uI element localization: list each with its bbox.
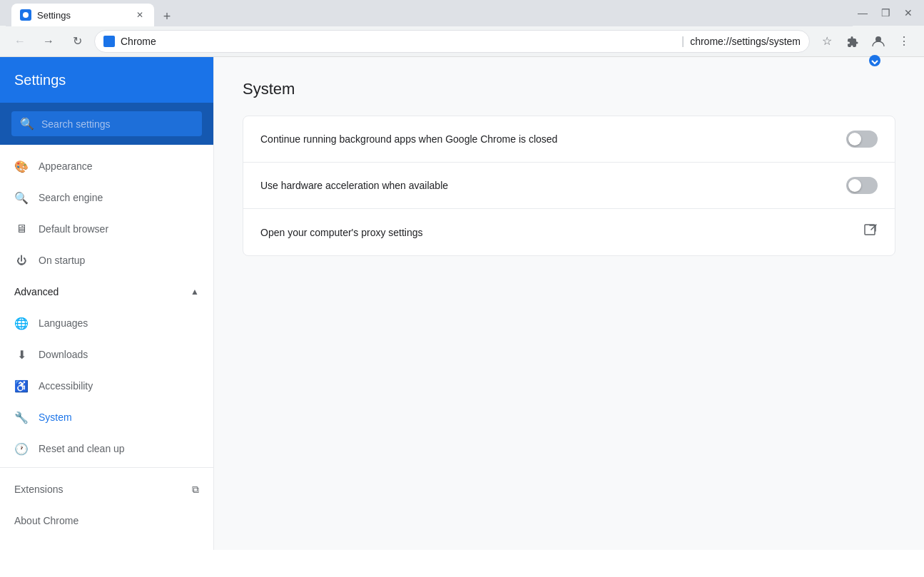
advanced-section: Advanced ▲ 🌐 Languages ⬇ Downloads ♿ Acc…	[0, 276, 213, 464]
main-content: System Continue running background apps …	[214, 57, 924, 550]
sidebar: Settings 🔍 🎨 Appearance 🔍 Search engine …	[0, 57, 214, 550]
new-tab-button[interactable]: +	[157, 6, 177, 26]
minimize-button[interactable]: —	[853, 3, 873, 23]
toolbar: ← → ↻ Chrome | chrome://settings/system …	[0, 26, 924, 57]
proxy-settings-row[interactable]: Open your computer's proxy settings	[243, 209, 895, 255]
search-icon: 🔍	[20, 117, 34, 131]
sidebar-item-about[interactable]: About Chrome	[0, 505, 213, 536]
background-apps-row: Continue running background apps when Go…	[243, 116, 895, 163]
appearance-icon: 🎨	[14, 160, 29, 173]
sidebar-item-label: Search engine	[39, 192, 103, 203]
svg-point-0	[23, 12, 29, 18]
menu-button[interactable]: ⋮	[893, 30, 915, 53]
sidebar-item-label: System	[39, 412, 72, 423]
proxy-settings-label: Open your computer's proxy settings	[260, 227, 863, 238]
hardware-acceleration-label: Use hardware acceleration when available	[260, 180, 846, 191]
profile-dropdown-icon	[868, 54, 881, 70]
sidebar-item-search-engine[interactable]: 🔍 Search engine	[0, 182, 213, 213]
search-input[interactable]	[41, 118, 193, 130]
sidebar-header-area: Settings 🔍	[0, 57, 213, 145]
extensions-button[interactable]	[841, 30, 864, 53]
active-tab[interactable]: Settings ✕	[11, 4, 154, 26]
background-apps-label: Continue running background apps when Go…	[260, 133, 846, 145]
reset-icon: 🕐	[14, 442, 29, 456]
sidebar-item-downloads[interactable]: ⬇ Downloads	[0, 339, 213, 370]
sidebar-item-label: Downloads	[39, 349, 88, 360]
tab-title: Settings	[37, 10, 128, 21]
sidebar-title: Settings	[14, 72, 66, 88]
system-icon: 🔧	[14, 411, 29, 424]
sidebar-header: Settings	[0, 57, 213, 103]
languages-icon: 🌐	[14, 317, 29, 330]
address-url: chrome://settings/system	[690, 36, 801, 47]
sidebar-item-default-browser[interactable]: 🖥 Default browser	[0, 213, 213, 245]
on-startup-icon: ⏻	[14, 255, 29, 266]
profile-button[interactable]	[867, 30, 890, 53]
system-settings-card: Continue running background apps when Go…	[243, 116, 895, 256]
bookmark-button[interactable]: ☆	[816, 30, 838, 53]
address-domain: Chrome	[121, 36, 676, 47]
tab-bar: Settings ✕ +	[6, 0, 853, 26]
sidebar-item-label: Languages	[39, 317, 88, 329]
restore-button[interactable]: ❒	[875, 3, 895, 23]
sidebar-item-accessibility[interactable]: ♿ Accessibility	[0, 370, 213, 402]
sidebar-item-reset[interactable]: 🕐 Reset and clean up	[0, 433, 213, 464]
tab-favicon	[20, 9, 31, 21]
close-button[interactable]: ✕	[898, 3, 918, 23]
sidebar-item-label: Appearance	[39, 160, 93, 172]
hardware-acceleration-toggle[interactable]	[846, 177, 878, 194]
svg-rect-3	[865, 225, 875, 235]
accessibility-icon: ♿	[14, 379, 29, 393]
background-apps-toggle[interactable]	[846, 131, 878, 148]
downloads-icon: ⬇	[14, 348, 29, 362]
browser-chrome: Settings ✕ + — ❒ ✕	[0, 0, 924, 26]
sidebar-item-system[interactable]: 🔧 System	[0, 402, 213, 433]
page-title: System	[243, 80, 895, 98]
svg-point-2	[869, 55, 880, 66]
sidebar-nav: 🎨 Appearance 🔍 Search engine 🖥 Default b…	[0, 145, 213, 548]
advanced-section-header[interactable]: Advanced ▲	[0, 276, 213, 307]
hardware-acceleration-slider	[846, 177, 878, 194]
sidebar-item-label: On startup	[39, 255, 85, 266]
sidebar-item-label: Accessibility	[39, 380, 93, 392]
title-bar: Settings ✕ + — ❒ ✕	[0, 0, 924, 26]
sidebar-item-label: Reset and clean up	[39, 443, 125, 454]
sidebar-item-extensions[interactable]: Extensions ⧉	[0, 474, 213, 505]
sidebar-footer: Extensions ⧉ About Chrome	[0, 467, 213, 542]
site-favicon	[103, 36, 115, 47]
address-divider: |	[681, 35, 684, 48]
extensions-external-icon: ⧉	[192, 484, 199, 496]
search-box[interactable]: 🔍	[11, 111, 202, 136]
sidebar-item-label: Extensions	[14, 484, 63, 495]
refresh-button[interactable]: ↻	[66, 30, 88, 53]
advanced-label: Advanced	[14, 286, 59, 297]
tab-close-button[interactable]: ✕	[134, 9, 146, 21]
sidebar-item-label: Default browser	[39, 223, 108, 235]
toolbar-actions: ☆ ⋮	[816, 30, 915, 53]
sidebar-item-appearance[interactable]: 🎨 Appearance	[0, 150, 213, 182]
hardware-acceleration-row: Use hardware acceleration when available	[243, 163, 895, 209]
proxy-external-link-icon	[863, 223, 878, 241]
background-apps-slider	[846, 131, 878, 148]
address-bar[interactable]: Chrome | chrome://settings/system	[94, 30, 810, 53]
search-bar-container: 🔍	[0, 103, 213, 145]
search-engine-icon: 🔍	[14, 191, 29, 205]
back-button[interactable]: ←	[9, 30, 31, 53]
window-controls: — ❒ ✕	[853, 3, 918, 23]
sidebar-item-languages[interactable]: 🌐 Languages	[0, 307, 213, 339]
forward-button[interactable]: →	[37, 30, 60, 53]
sidebar-item-on-startup[interactable]: ⏻ On startup	[0, 245, 213, 276]
default-browser-icon: 🖥	[14, 223, 29, 235]
sidebar-item-label: About Chrome	[14, 515, 78, 526]
advanced-chevron: ▲	[191, 287, 199, 297]
app-layout: Settings 🔍 🎨 Appearance 🔍 Search engine …	[0, 57, 924, 550]
